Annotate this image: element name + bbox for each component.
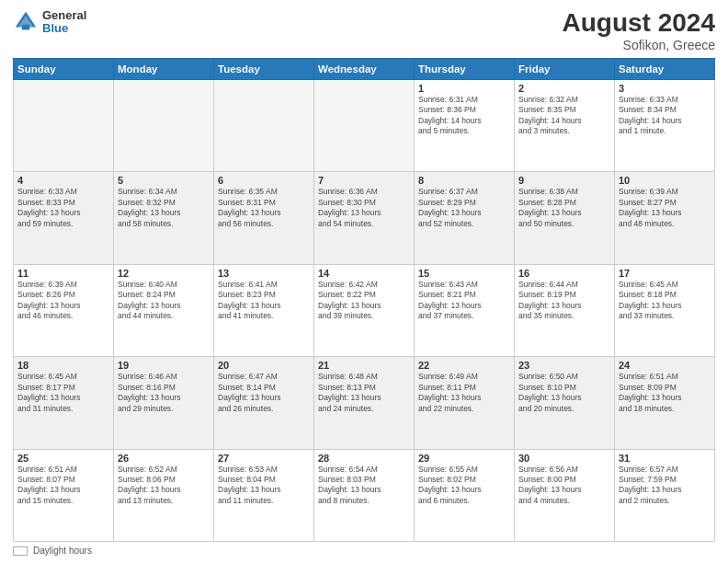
col-thursday: Thursday <box>415 58 515 79</box>
day-number: 10 <box>619 175 711 186</box>
logo-text: General Blue <box>42 9 86 36</box>
calendar-cell <box>14 79 114 171</box>
page: General Blue August 2024 Sofikon, Greece… <box>0 0 728 563</box>
day-info: Sunrise: 6:41 AM Sunset: 8:23 PM Dayligh… <box>218 280 310 322</box>
col-monday: Monday <box>114 58 214 79</box>
logo-icon <box>13 9 39 35</box>
day-number: 3 <box>619 83 711 94</box>
day-number: 19 <box>118 360 210 371</box>
calendar-cell: 27Sunrise: 6:53 AM Sunset: 8:04 PM Dayli… <box>214 449 314 541</box>
day-info: Sunrise: 6:43 AM Sunset: 8:21 PM Dayligh… <box>418 280 510 322</box>
day-info: Sunrise: 6:52 AM Sunset: 8:06 PM Dayligh… <box>118 465 210 507</box>
day-number: 11 <box>17 268 109 279</box>
day-number: 1 <box>418 83 510 94</box>
day-info: Sunrise: 6:46 AM Sunset: 8:16 PM Dayligh… <box>118 372 210 414</box>
calendar-table: Sunday Monday Tuesday Wednesday Thursday… <box>13 58 715 542</box>
day-number: 29 <box>418 453 510 464</box>
footer: Daylight hours <box>13 546 715 556</box>
day-info: Sunrise: 6:47 AM Sunset: 8:14 PM Dayligh… <box>218 372 310 414</box>
calendar-cell: 19Sunrise: 6:46 AM Sunset: 8:16 PM Dayli… <box>114 357 214 449</box>
day-number: 24 <box>619 360 711 371</box>
calendar-cell: 8Sunrise: 6:37 AM Sunset: 8:29 PM Daylig… <box>415 172 515 264</box>
day-number: 21 <box>318 360 410 371</box>
day-number: 22 <box>418 360 510 371</box>
day-info: Sunrise: 6:42 AM Sunset: 8:22 PM Dayligh… <box>318 280 410 322</box>
calendar-cell: 25Sunrise: 6:51 AM Sunset: 8:07 PM Dayli… <box>14 449 114 541</box>
calendar-cell: 13Sunrise: 6:41 AM Sunset: 8:23 PM Dayli… <box>214 264 314 356</box>
day-info: Sunrise: 6:32 AM Sunset: 8:35 PM Dayligh… <box>518 95 610 137</box>
day-number: 20 <box>218 360 310 371</box>
day-info: Sunrise: 6:39 AM Sunset: 8:27 PM Dayligh… <box>619 187 711 229</box>
calendar-cell: 6Sunrise: 6:35 AM Sunset: 8:31 PM Daylig… <box>214 172 314 264</box>
calendar-cell: 28Sunrise: 6:54 AM Sunset: 8:03 PM Dayli… <box>314 449 415 541</box>
day-info: Sunrise: 6:36 AM Sunset: 8:30 PM Dayligh… <box>318 187 410 229</box>
logo: General Blue <box>13 9 86 36</box>
calendar-cell: 30Sunrise: 6:56 AM Sunset: 8:00 PM Dayli… <box>515 449 615 541</box>
calendar-cell: 17Sunrise: 6:45 AM Sunset: 8:18 PM Dayli… <box>615 264 715 356</box>
day-number: 26 <box>118 453 210 464</box>
calendar-cell: 4Sunrise: 6:33 AM Sunset: 8:33 PM Daylig… <box>14 172 114 264</box>
day-number: 17 <box>619 268 711 279</box>
day-info: Sunrise: 6:50 AM Sunset: 8:10 PM Dayligh… <box>518 372 610 414</box>
day-info: Sunrise: 6:45 AM Sunset: 8:18 PM Dayligh… <box>619 280 711 322</box>
day-number: 2 <box>518 83 610 94</box>
day-number: 13 <box>218 268 310 279</box>
day-number: 31 <box>619 453 711 464</box>
day-info: Sunrise: 6:48 AM Sunset: 8:13 PM Dayligh… <box>318 372 410 414</box>
calendar-week-0: 1Sunrise: 6:31 AM Sunset: 8:36 PM Daylig… <box>14 79 715 171</box>
calendar-cell: 1Sunrise: 6:31 AM Sunset: 8:36 PM Daylig… <box>415 79 515 171</box>
day-info: Sunrise: 6:51 AM Sunset: 8:07 PM Dayligh… <box>17 465 109 507</box>
calendar-cell: 12Sunrise: 6:40 AM Sunset: 8:24 PM Dayli… <box>114 264 214 356</box>
svg-rect-2 <box>22 25 29 30</box>
day-info: Sunrise: 6:44 AM Sunset: 8:19 PM Dayligh… <box>518 280 610 322</box>
title-block: August 2024 Sofikon, Greece <box>563 9 716 52</box>
day-info: Sunrise: 6:53 AM Sunset: 8:04 PM Dayligh… <box>218 465 310 507</box>
calendar-cell <box>314 79 415 171</box>
calendar-cell: 21Sunrise: 6:48 AM Sunset: 8:13 PM Dayli… <box>314 357 415 449</box>
day-info: Sunrise: 6:33 AM Sunset: 8:34 PM Dayligh… <box>619 95 711 137</box>
day-number: 7 <box>318 175 410 186</box>
calendar-cell: 9Sunrise: 6:38 AM Sunset: 8:28 PM Daylig… <box>515 172 615 264</box>
calendar-cell: 10Sunrise: 6:39 AM Sunset: 8:27 PM Dayli… <box>615 172 715 264</box>
day-number: 28 <box>318 453 410 464</box>
day-number: 23 <box>518 360 610 371</box>
calendar-cell: 29Sunrise: 6:55 AM Sunset: 8:02 PM Dayli… <box>415 449 515 541</box>
calendar-body: 1Sunrise: 6:31 AM Sunset: 8:36 PM Daylig… <box>14 79 715 541</box>
legend-box <box>13 546 28 556</box>
day-number: 30 <box>518 453 610 464</box>
calendar-cell: 15Sunrise: 6:43 AM Sunset: 8:21 PM Dayli… <box>415 264 515 356</box>
calendar-cell <box>114 79 214 171</box>
day-info: Sunrise: 6:34 AM Sunset: 8:32 PM Dayligh… <box>118 187 210 229</box>
day-info: Sunrise: 6:49 AM Sunset: 8:11 PM Dayligh… <box>418 372 510 414</box>
calendar-cell <box>214 79 314 171</box>
day-info: Sunrise: 6:37 AM Sunset: 8:29 PM Dayligh… <box>418 187 510 229</box>
logo-blue: Blue <box>42 22 86 35</box>
day-info: Sunrise: 6:45 AM Sunset: 8:17 PM Dayligh… <box>17 372 109 414</box>
calendar-week-2: 11Sunrise: 6:39 AM Sunset: 8:26 PM Dayli… <box>14 264 715 356</box>
day-info: Sunrise: 6:55 AM Sunset: 8:02 PM Dayligh… <box>418 465 510 507</box>
header: General Blue August 2024 Sofikon, Greece <box>13 9 715 52</box>
day-info: Sunrise: 6:31 AM Sunset: 8:36 PM Dayligh… <box>418 95 510 137</box>
day-number: 14 <box>318 268 410 279</box>
calendar-week-1: 4Sunrise: 6:33 AM Sunset: 8:33 PM Daylig… <box>14 172 715 264</box>
calendar-cell: 22Sunrise: 6:49 AM Sunset: 8:11 PM Dayli… <box>415 357 515 449</box>
calendar-cell: 24Sunrise: 6:51 AM Sunset: 8:09 PM Dayli… <box>615 357 715 449</box>
day-number: 27 <box>218 453 310 464</box>
day-info: Sunrise: 6:40 AM Sunset: 8:24 PM Dayligh… <box>118 280 210 322</box>
col-saturday: Saturday <box>615 58 715 79</box>
calendar-header: Sunday Monday Tuesday Wednesday Thursday… <box>14 58 715 79</box>
calendar-cell: 20Sunrise: 6:47 AM Sunset: 8:14 PM Dayli… <box>214 357 314 449</box>
header-row: Sunday Monday Tuesday Wednesday Thursday… <box>14 58 715 79</box>
day-info: Sunrise: 6:35 AM Sunset: 8:31 PM Dayligh… <box>218 187 310 229</box>
day-number: 4 <box>17 175 109 186</box>
day-info: Sunrise: 6:57 AM Sunset: 7:59 PM Dayligh… <box>619 465 711 507</box>
day-number: 12 <box>118 268 210 279</box>
logo-general: General <box>42 9 86 22</box>
calendar-cell: 14Sunrise: 6:42 AM Sunset: 8:22 PM Dayli… <box>314 264 415 356</box>
day-number: 15 <box>418 268 510 279</box>
calendar-cell: 16Sunrise: 6:44 AM Sunset: 8:19 PM Dayli… <box>515 264 615 356</box>
col-wednesday: Wednesday <box>314 58 415 79</box>
day-info: Sunrise: 6:39 AM Sunset: 8:26 PM Dayligh… <box>17 280 109 322</box>
day-number: 16 <box>518 268 610 279</box>
calendar-cell: 3Sunrise: 6:33 AM Sunset: 8:34 PM Daylig… <box>615 79 715 171</box>
